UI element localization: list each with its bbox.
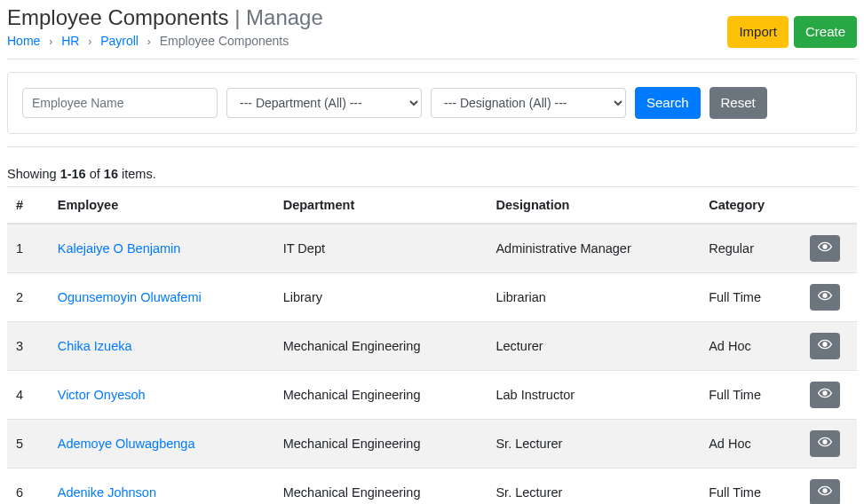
- breadcrumb-hr[interactable]: HR: [61, 34, 79, 48]
- filter-panel: --- Department (All) --- --- Designation…: [7, 72, 857, 134]
- view-button[interactable]: [810, 479, 840, 505]
- breadcrumb-home[interactable]: Home: [7, 34, 40, 48]
- row-department: Library: [274, 272, 487, 321]
- row-department: IT Dept: [274, 224, 487, 273]
- view-button[interactable]: [810, 284, 840, 311]
- breadcrumb-payroll[interactable]: Payroll: [100, 34, 139, 48]
- employee-link[interactable]: Victor Onyesoh: [58, 388, 146, 402]
- create-button[interactable]: Create: [794, 16, 857, 48]
- employee-link[interactable]: Kalejaiye O Benjamin: [58, 241, 181, 256]
- row-num: 1: [7, 224, 49, 273]
- employee-table: # Employee Department Designation Catego…: [7, 186, 857, 505]
- employee-link[interactable]: Ademoye Oluwagbenga: [58, 437, 195, 451]
- row-designation: Sr. Lecturer: [487, 419, 700, 468]
- employee-name-input[interactable]: [22, 88, 218, 118]
- row-num: 4: [7, 370, 49, 419]
- row-num: 3: [7, 321, 49, 370]
- divider: [7, 146, 857, 147]
- table-row: 2Ogunsemoyin OluwafemiLibraryLibrarianFu…: [7, 272, 857, 321]
- row-designation: Sr. Lecturer: [487, 468, 700, 504]
- breadcrumb-sep: ›: [83, 35, 97, 48]
- view-button[interactable]: [810, 333, 840, 359]
- summary-range: 1-16: [60, 167, 86, 181]
- breadcrumb-sep: ›: [142, 35, 156, 48]
- row-num: 5: [7, 419, 49, 468]
- eye-icon: [818, 435, 832, 452]
- breadcrumb-sep: ›: [44, 35, 58, 48]
- col-header-category: Category: [700, 186, 794, 224]
- table-row: 6Adenike JohnsonMechanical EngineeringSr…: [7, 468, 857, 504]
- view-button[interactable]: [810, 235, 840, 262]
- search-button[interactable]: Search: [635, 87, 701, 119]
- row-department: Mechanical Engineering: [274, 321, 487, 370]
- summary-prefix: Showing: [7, 167, 60, 181]
- row-num: 2: [7, 272, 49, 321]
- row-category: Ad Hoc: [700, 321, 794, 370]
- view-button[interactable]: [810, 382, 840, 408]
- row-num: 6: [7, 468, 49, 504]
- eye-icon: [818, 337, 832, 354]
- table-row: 5Ademoye OluwagbengaMechanical Engineeri…: [7, 419, 857, 468]
- row-designation: Lecturer: [487, 321, 700, 370]
- breadcrumb: Home › HR › Payroll › Employee Component…: [7, 34, 323, 59]
- view-button[interactable]: [810, 430, 840, 457]
- results-summary: Showing 1-16 of 16 items.: [7, 167, 857, 181]
- col-header-department: Department: [274, 186, 487, 224]
- page-title: Employee Components | Manage: [7, 5, 323, 30]
- summary-suffix: items.: [118, 167, 156, 181]
- row-category: Ad Hoc: [700, 419, 794, 468]
- summary-total: 16: [104, 167, 118, 181]
- eye-icon: [818, 386, 832, 403]
- table-row: 1Kalejaiye O BenjaminIT DeptAdministrati…: [7, 224, 857, 273]
- col-header-actions: [794, 186, 857, 224]
- eye-icon: [818, 484, 832, 500]
- page-title-main: Employee Components: [7, 5, 228, 29]
- row-designation: Librarian: [487, 272, 700, 321]
- employee-link[interactable]: Adenike Johnson: [58, 485, 156, 500]
- row-department: Mechanical Engineering: [274, 468, 487, 504]
- row-category: Full Time: [700, 370, 794, 419]
- row-designation: Lab Instructor: [487, 370, 700, 419]
- import-button[interactable]: Import: [727, 16, 789, 48]
- row-department: Mechanical Engineering: [274, 370, 487, 419]
- row-category: Full Time: [700, 272, 794, 321]
- col-header-num: #: [7, 186, 49, 224]
- table-row: 3Chika IzuekaMechanical EngineeringLectu…: [7, 321, 857, 370]
- designation-select[interactable]: --- Designation (All) ---: [431, 88, 626, 118]
- employee-link[interactable]: Chika Izueka: [58, 339, 132, 353]
- row-designation: Administrative Manager: [487, 224, 700, 273]
- divider: [7, 59, 857, 59]
- row-category: Full Time: [700, 468, 794, 504]
- department-select[interactable]: --- Department (All) ---: [226, 88, 422, 118]
- row-department: Mechanical Engineering: [274, 419, 487, 468]
- summary-mid: of: [86, 167, 104, 181]
- reset-button[interactable]: Reset: [709, 87, 767, 119]
- employee-link[interactable]: Ogunsemoyin Oluwafemi: [58, 290, 202, 304]
- eye-icon: [818, 288, 832, 305]
- row-category: Regular: [700, 224, 794, 273]
- eye-icon: [818, 240, 832, 256]
- page-title-sep: |: [234, 5, 240, 29]
- breadcrumb-current: Employee Components: [160, 34, 289, 48]
- col-header-employee: Employee: [49, 186, 274, 224]
- col-header-designation: Designation: [487, 186, 700, 224]
- table-row: 4Victor OnyesohMechanical EngineeringLab…: [7, 370, 857, 419]
- page-title-sub: Manage: [246, 5, 323, 29]
